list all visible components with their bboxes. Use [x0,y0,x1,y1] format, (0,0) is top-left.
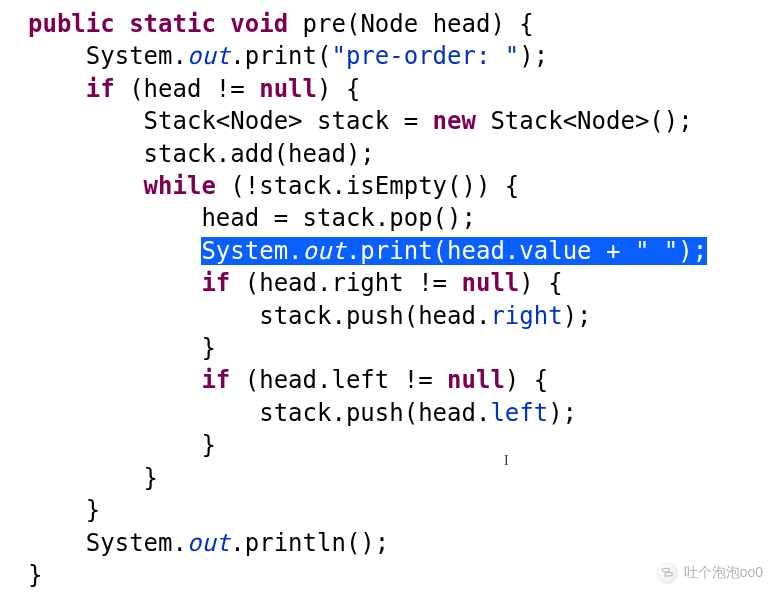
println-out: out [187,529,230,557]
right-field: right [490,302,562,330]
kw-if: if [201,269,230,297]
line-10: stack.push(head.right); [28,302,592,330]
watermark: 吐个泡泡oo0 [656,562,763,584]
kw-static: static [129,10,216,38]
line-8: System.out.print(head.value + " "); [28,237,707,265]
brace-close: } [86,496,100,524]
string-preorder: "pre-order: " [331,42,519,70]
dot: . [346,237,360,265]
push-left-text: stack.push(head. [259,399,490,427]
dot: . [230,529,244,557]
text-cursor-icon: I [504,453,509,469]
line-16: } [28,496,100,524]
line-13: stack.push(head.left); [28,399,577,427]
brace-close: } [144,464,158,492]
line-5: stack.add(head); [28,140,375,168]
line-11: } [28,334,216,362]
print-method: print [360,237,432,265]
left-field: left [490,399,548,427]
op-neq: != [418,269,447,297]
stack-ctor: Stack<Node>() [490,107,678,135]
print-method: print [245,42,317,70]
wechat-icon [656,562,678,584]
head-pop: head = stack.pop(); [201,204,476,232]
print-out: out [303,237,346,265]
line-9: if (head.right != null) { [28,269,563,297]
print-class: System [201,237,288,265]
op-neq: != [404,366,433,394]
print-class: System [86,42,173,70]
line-18: } [28,561,42,589]
brace-close: } [201,431,215,459]
print-out: out [187,42,230,70]
kw-while: while [144,172,216,200]
plus: + [592,237,635,265]
param-type: Node [360,10,418,38]
brace-open: { [346,75,360,103]
close: ); [563,302,592,330]
op-neq: != [216,75,245,103]
kw-null: null [447,366,505,394]
stack-var: stack [317,107,389,135]
kw-void: void [230,10,288,38]
println-class: System [86,529,173,557]
kw-if: if [86,75,115,103]
dot: . [288,237,302,265]
head-value: head.value [447,237,592,265]
while-cond: (!stack.isEmpty()) [230,172,490,200]
var-head: head [144,75,202,103]
kw-public: public [28,10,115,38]
dot: . [173,42,187,70]
highlighted-selection: System.out.print(head.value + " "); [201,237,707,265]
println-method: println() [245,529,375,557]
param-name: head [433,10,491,38]
stack-type: Stack<Node> [144,107,303,135]
line-15: } [28,464,158,492]
stack-add: stack.add(head); [144,140,375,168]
brace-open: { [505,172,519,200]
line-4: Stack<Node> stack = new Stack<Node>(); [28,107,693,135]
line-6: while (!stack.isEmpty()) { [28,172,519,200]
close: ); [548,399,577,427]
kw-new: new [433,107,476,135]
if-left-expr: (head.left [245,366,390,394]
string-space: " " [635,237,678,265]
kw-null: null [462,269,520,297]
line-12: if (head.left != null) { [28,366,548,394]
dot: . [230,42,244,70]
brace-close: } [201,334,215,362]
brace-open: { [519,10,533,38]
if-right-expr: (head.right [245,269,404,297]
brace-close: } [28,561,42,589]
line-7: head = stack.pop(); [28,204,476,232]
kw-null: null [259,75,317,103]
code-block: public static void pre(Node head) { Syst… [0,0,773,591]
dot: . [173,529,187,557]
method-name: pre [303,10,346,38]
brace-open: ) { [519,269,562,297]
line-3: if (head != null) { [28,75,360,103]
line-1: public static void pre(Node head) { [28,10,534,38]
watermark-text: 吐个泡泡oo0 [684,564,763,582]
line-17: System.out.println(); [28,529,389,557]
kw-if: if [201,366,230,394]
line-14: } [28,431,216,459]
line-2: System.out.print("pre-order: "); [28,42,548,70]
brace-open: ) { [505,366,548,394]
eq: = [404,107,418,135]
push-right-text: stack.push(head. [259,302,490,330]
